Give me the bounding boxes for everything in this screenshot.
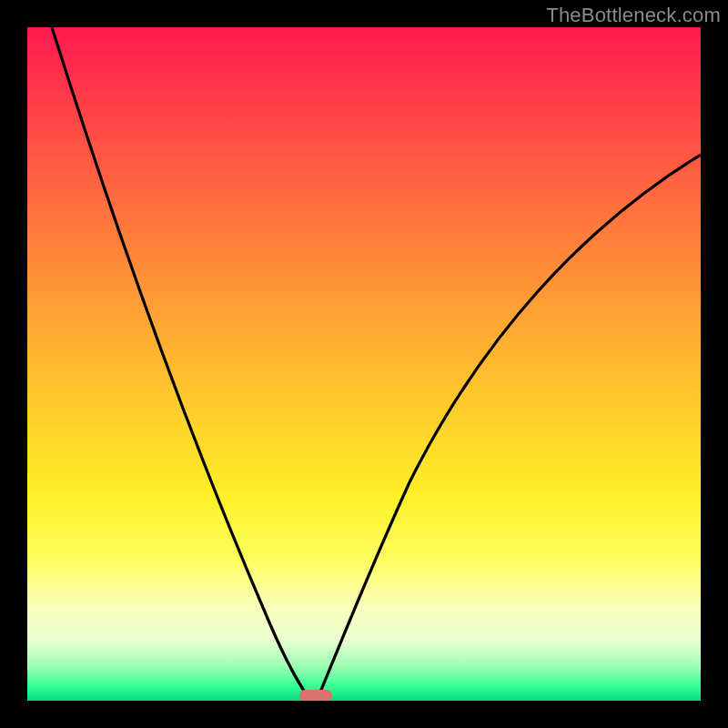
outer-frame: TheBottleneck.com xyxy=(0,0,728,728)
optimal-point-marker xyxy=(299,690,332,701)
curve-left-branch xyxy=(52,27,311,701)
curve-right-branch xyxy=(317,155,701,701)
plot-area xyxy=(27,27,701,701)
watermark-text: TheBottleneck.com xyxy=(546,4,721,27)
bottleneck-curve xyxy=(27,27,701,701)
